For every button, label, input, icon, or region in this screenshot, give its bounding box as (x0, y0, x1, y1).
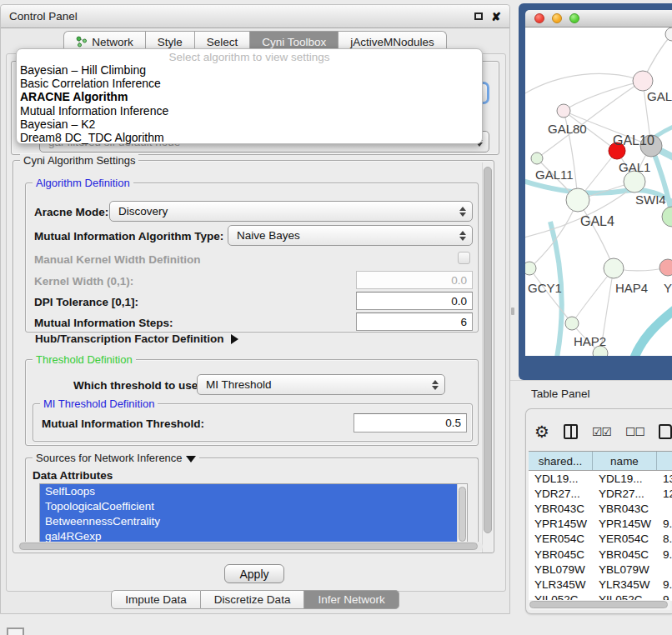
aracne-mode-combo[interactable]: Discovery (109, 201, 473, 222)
attribute-item[interactable]: TopologicalCoefficient (40, 499, 467, 514)
kernel-width-field[interactable] (356, 271, 473, 289)
table-row[interactable]: YLR345WYLR345W9. (529, 577, 672, 592)
stepper-arrows-icon (459, 207, 466, 217)
node-label: GAL10 (613, 133, 654, 148)
minimize-window-icon[interactable] (552, 13, 562, 23)
network-canvas[interactable]: GAL7 GAL80 GAL10 GAL1 GAL11 SWI4 GAL4 GC… (525, 28, 672, 356)
table-row[interactable]: YDR27...YDR27...12 (529, 486, 672, 501)
edge (564, 81, 643, 111)
panel-splitter-handle[interactable] (511, 308, 514, 315)
node-gal80[interactable] (557, 104, 570, 118)
tab-label: jActiveMNodules (350, 36, 434, 48)
table-row[interactable]: YDL19...YDL19...13 (529, 471, 672, 486)
cyni-algorithm-settings-group: Cyni Algorithm Settings Algorithm Defini… (13, 160, 494, 553)
dropdown-item[interactable]: Dream8 DC_TDC Algorithm (17, 131, 482, 144)
gear-icon[interactable]: ⚙ (534, 423, 549, 440)
column-header-cut[interactable] (657, 452, 672, 470)
mi-type-value: Naive Bayes (237, 229, 300, 242)
tab-label: Style (158, 36, 183, 48)
mi-steps-field[interactable] (356, 312, 473, 331)
tab-discretize-data[interactable]: Discretize Data (201, 590, 305, 609)
node-hap4[interactable] (604, 258, 624, 278)
node-gal11[interactable] (531, 152, 543, 164)
network-window-titlebar[interactable] (525, 10, 672, 28)
clear-all-checks-icon[interactable]: ☐☐ (625, 425, 644, 438)
collapse-down-icon (186, 456, 196, 462)
zoom-window-icon[interactable] (569, 13, 579, 23)
algorithm-dropdown-popup: Select algorithm to view settings Bayesi… (16, 48, 483, 144)
table-hscroll-thumb[interactable] (529, 601, 668, 608)
table-row[interactable]: YPR145WYPR145W9. (529, 517, 672, 532)
node-label: GAL4 (580, 214, 614, 228)
node-gcy1[interactable] (525, 262, 536, 275)
which-threshold-combo[interactable]: MI Threshold (197, 374, 445, 395)
dropdown-item[interactable]: Bayesian – Hill Climbing (17, 63, 482, 77)
settings-vertical-scrollbar[interactable] (482, 162, 493, 552)
dpi-tolerance-label: DPI Tolerance [0,1]: (34, 296, 138, 308)
table-row[interactable]: YER054CYER054C8. (529, 532, 672, 547)
apply-button-label: Apply (239, 568, 268, 581)
attribute-item[interactable]: SelfLoops (40, 484, 467, 499)
node-attribute-table[interactable]: shared... name YDL19...YDL19...13 YDR27.… (529, 451, 672, 601)
mi-threshold-field[interactable] (354, 413, 467, 432)
settings-horizontal-scrollbar[interactable] (18, 542, 483, 552)
node-label: GAL11 (535, 168, 574, 182)
tab-impute-data[interactable]: Impute Data (111, 590, 201, 609)
which-threshold-value: MI Threshold (206, 378, 272, 391)
tab-infer-network[interactable]: Infer Network (304, 590, 399, 609)
column-header-name[interactable]: name (593, 452, 657, 470)
select-all-checks-icon[interactable]: ☑☑ (592, 425, 611, 438)
node-hap2[interactable] (565, 317, 579, 330)
dropdown-item[interactable]: Bayesian – K2 (17, 118, 482, 131)
attribute-list-scrollbar[interactable] (457, 484, 467, 550)
edge (525, 73, 643, 94)
node[interactable] (665, 28, 672, 41)
sources-group-title[interactable]: Sources for Network Inference (33, 452, 199, 464)
manual-kernel-checkbox[interactable] (458, 252, 470, 264)
network-graph: GAL7 GAL80 GAL10 GAL1 GAL11 SWI4 GAL4 GC… (525, 28, 672, 356)
column-header-shared-name[interactable]: shared... (529, 452, 593, 470)
node-gal7[interactable] (633, 71, 653, 91)
docked-panel-icon[interactable] (7, 628, 24, 635)
attribute-item[interactable]: BetweennessCentrality (40, 514, 467, 529)
attribute-scroll-thumb[interactable] (459, 487, 466, 542)
network-view-window: GAL7 GAL80 GAL10 GAL1 GAL11 SWI4 GAL4 GC… (519, 3, 672, 380)
node-swi4[interactable] (662, 207, 672, 227)
dropdown-item-selected[interactable]: ARACNE Algorithm (17, 90, 482, 103)
settings-hscroll-thumb[interactable] (19, 542, 478, 550)
table-row[interactable]: YBL079WYBL079W (529, 562, 672, 577)
hub-definition-label: Hub/Transcription Factor Definition (35, 332, 224, 345)
data-attributes-list[interactable]: SelfLoops TopologicalCoefficient Between… (39, 483, 468, 550)
tab-label: Select (207, 36, 238, 48)
close-panel-icon[interactable]: ✘ (491, 12, 501, 21)
settings-scroll-thumb[interactable] (484, 167, 492, 533)
node-label: GAL80 (548, 122, 587, 136)
table-row[interactable]: YBR045CYBR045C9. (529, 547, 672, 562)
algorithm-definition-title: Algorithm Definition (33, 177, 133, 189)
close-window-icon[interactable] (534, 13, 544, 23)
algorithm-definition-group: Algorithm Definition Aracne Mode: Discov… (25, 182, 479, 332)
node-label: HAP4 (615, 281, 648, 295)
columns-icon[interactable] (564, 424, 578, 439)
export-table-icon[interactable] (659, 424, 672, 439)
mi-type-label: Mutual Information Algorithm Type: (34, 230, 223, 242)
dpi-tolerance-field[interactable] (356, 292, 473, 310)
dropdown-item[interactable]: Basic Correlation Inference (17, 77, 482, 90)
table-horizontal-scrollbar[interactable] (529, 600, 670, 610)
apply-button[interactable]: Apply (224, 564, 284, 583)
node-gal4[interactable] (566, 188, 589, 212)
cyni-bottom-tabbar: Impute Data Discretize Data Infer Networ… (1, 590, 509, 609)
table-panel-header: Table Panel (510, 380, 672, 407)
mi-type-combo[interactable]: Naive Bayes (228, 225, 473, 246)
expand-right-icon (231, 334, 238, 344)
table-row[interactable]: YBR043CYBR043C (529, 501, 672, 516)
dropdown-item[interactable]: Mutual Information Inference (17, 104, 482, 118)
stepper-arrows-icon (459, 231, 466, 241)
stepper-arrows-icon (432, 380, 439, 390)
hub-definition-expander[interactable]: Hub/Transcription Factor Definition (35, 332, 238, 345)
node-pink[interactable] (659, 259, 672, 276)
node-label: SWI4 (635, 192, 666, 207)
float-panel-icon[interactable] (474, 12, 483, 20)
node-label: Y (664, 281, 672, 295)
control-panel-title: Control Panel (9, 10, 78, 22)
